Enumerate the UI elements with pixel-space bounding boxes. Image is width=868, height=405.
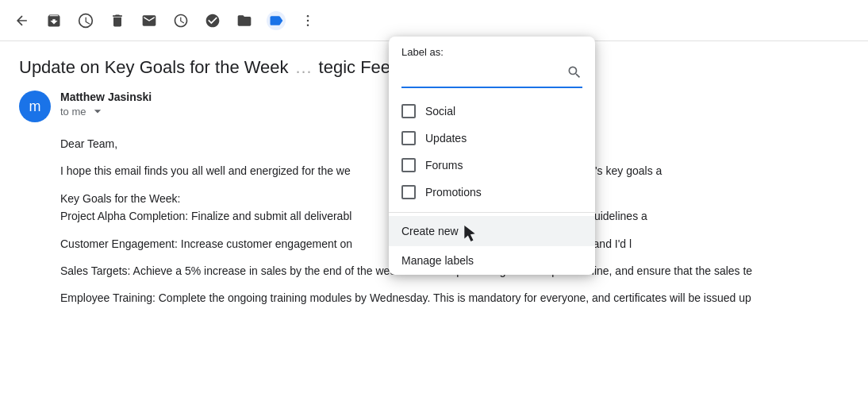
delete-button[interactable] [108, 11, 127, 30]
label-search-icon [567, 64, 582, 83]
label-divider [389, 212, 595, 213]
create-new-label-button[interactable]: Create new [389, 216, 595, 246]
label-item-promotions[interactable]: Promotions [389, 179, 595, 206]
label-item-social[interactable]: Social [389, 98, 595, 125]
archive-button[interactable] [44, 11, 63, 30]
folder-button[interactable] [235, 11, 254, 30]
create-new-label-text: Create new [401, 225, 459, 237]
label-item-updates[interactable]: Updates [389, 125, 595, 152]
more-button[interactable] [298, 11, 317, 30]
clock-button[interactable] [171, 11, 190, 30]
label-search-box [401, 64, 582, 88]
sender-name: Matthew Jasinski [60, 91, 152, 103]
cursor-icon [462, 226, 476, 240]
expand-recipients-icon[interactable] [90, 103, 106, 119]
toolbar [0, 0, 868, 41]
label-button[interactable] [267, 11, 286, 30]
manage-labels-text: Manage labels [401, 254, 474, 267]
svg-point-0 [307, 14, 309, 17]
svg-point-2 [307, 24, 309, 26]
label-checkbox-forums[interactable] [401, 158, 416, 172]
back-button[interactable] [13, 11, 32, 30]
label-name-updates: Updates [425, 132, 467, 145]
label-dropdown: Label as: Social Updates Forums Promotio… [389, 37, 595, 275]
label-checkbox-updates[interactable] [401, 131, 416, 145]
task-button[interactable] [203, 11, 222, 30]
svg-point-1 [307, 19, 309, 21]
label-list: Social Updates Forums Promotions [389, 94, 595, 209]
label-dropdown-header: Label as: [389, 37, 595, 94]
label-checkbox-social[interactable] [401, 104, 416, 118]
label-name-promotions: Promotions [425, 186, 482, 199]
label-name-social: Social [425, 105, 455, 118]
avatar-letter: m [29, 98, 41, 115]
subject-text: Update on Key Goals for the Week [19, 57, 289, 78]
label-checkbox-promotions[interactable] [401, 185, 416, 199]
label-name-forums: Forums [425, 159, 463, 172]
sender-to[interactable]: to me [60, 103, 152, 119]
manage-labels-button[interactable]: Manage labels [389, 246, 595, 275]
label-item-forums[interactable]: Forums [389, 152, 595, 179]
label-dropdown-title: Label as: [401, 46, 582, 58]
body-training: Employee Training: Complete the ongoing … [60, 289, 849, 307]
avatar: m [19, 91, 51, 122]
snooze-button[interactable] [76, 11, 95, 30]
mark-button[interactable] [140, 11, 159, 30]
label-search-input[interactable] [401, 68, 560, 80]
sender-info: Matthew Jasinski to me [60, 91, 152, 119]
